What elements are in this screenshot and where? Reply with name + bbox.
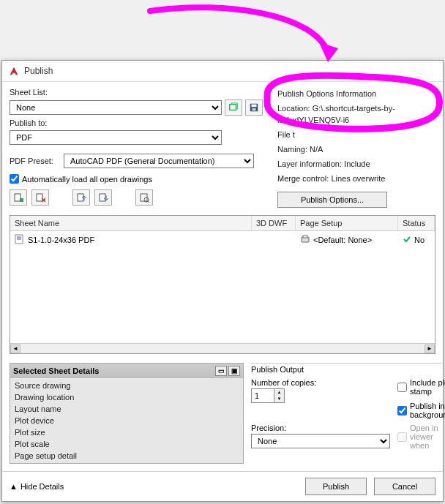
svg-rect-7: [37, 194, 42, 201]
sheet-grid: Sheet Name 3D DWF Page Setup Status S1-1…: [10, 215, 435, 354]
page-setup-cell: <Default: None>: [313, 236, 372, 244]
copies-input[interactable]: [252, 389, 274, 402]
details-heading: Selected Sheet Details: [13, 366, 99, 375]
publish-to-label: Publish to:: [10, 119, 263, 127]
publish-background-label: Publish in background: [410, 402, 445, 419]
options-info-heading: Publish Options Information: [277, 88, 435, 99]
collapse-up-icon: ▲: [10, 482, 18, 491]
options-naming-line: Naming: N/A: [277, 143, 435, 155]
pdf-preset-label: PDF Preset:: [10, 157, 61, 165]
options-filetype-line: File t: [277, 129, 435, 140]
options-layer-line: Layer information: Include: [277, 158, 435, 170]
auto-load-checkbox[interactable]: [10, 174, 19, 184]
detail-plot-size: Plot size: [15, 426, 239, 438]
sheet-list-dropdown[interactable]: None: [10, 100, 222, 115]
svg-rect-1: [230, 105, 236, 110]
naming-value: N/A: [310, 145, 323, 154]
open-in-viewer-label: Open in viewer when: [410, 424, 445, 450]
sheet-toolbar: [10, 189, 263, 206]
layer-label: Layer information:: [277, 159, 342, 168]
grid-body[interactable]: S1-1.0-24x36 PDF <Default: None> No: [10, 231, 435, 343]
sheet-name-cell: S1-1.0-24x36 PDF: [28, 236, 94, 244]
add-sheets-button[interactable]: [10, 189, 27, 206]
dialog-title: Publish: [24, 66, 53, 76]
svg-rect-9: [100, 194, 105, 201]
cancel-button[interactable]: Cancel: [374, 478, 435, 495]
precision-dropdown[interactable]: None: [251, 434, 390, 448]
merge-label: Merge control:: [277, 174, 329, 183]
svg-rect-3: [252, 105, 257, 108]
auto-load-label: Automatically load all open drawings: [22, 175, 152, 184]
publish-button[interactable]: Publish: [305, 478, 367, 495]
copies-up-icon[interactable]: ▲: [274, 389, 284, 396]
naming-label: Naming:: [277, 145, 307, 154]
include-plot-stamp-checkbox[interactable]: [397, 383, 407, 392]
publish-to-dropdown[interactable]: PDF: [10, 130, 222, 145]
options-location-line: Location: G:\.shortcut-targets-by-id\1vd…: [277, 102, 435, 126]
save-sheet-list-button[interactable]: [245, 99, 263, 116]
col-status[interactable]: Status: [398, 216, 435, 230]
detail-drawing-location: Drawing location: [15, 391, 239, 403]
publish-output-panel: Publish Output Number of copies: ▲ ▼: [251, 363, 445, 464]
svg-marker-0: [319, 42, 338, 62]
grid-header: Sheet Name 3D DWF Page Setup Status: [10, 216, 435, 231]
svg-rect-13: [17, 236, 21, 240]
detail-source-drawing: Source drawing: [15, 380, 239, 391]
svg-rect-6: [20, 198, 23, 202]
move-up-button[interactable]: [72, 189, 90, 206]
sheet-list-label: Sheet List:: [10, 88, 263, 97]
move-down-button[interactable]: [94, 189, 112, 206]
col-sheet-name[interactable]: Sheet Name: [10, 216, 252, 230]
status-cell: No: [414, 236, 425, 244]
output-heading: Publish Output: [251, 365, 445, 374]
detail-page-setup: Page setup detail: [15, 450, 239, 462]
copies-down-icon[interactable]: ▼: [274, 396, 284, 402]
selected-sheet-details-panel: Selected Sheet Details ▭ ▣ Source drawin…: [10, 363, 244, 464]
detail-layout-name: Layout name: [15, 403, 239, 415]
open-in-viewer-checkbox: [397, 432, 407, 442]
dialog-footer: ▲ Hide Details Publish Cancel: [2, 471, 443, 501]
status-ok-icon: [403, 235, 411, 245]
location-label: Location:: [277, 104, 310, 113]
detail-plot-scale: Plot scale: [15, 438, 239, 450]
svg-rect-4: [252, 108, 255, 111]
title-bar: Publish: [2, 61, 443, 82]
hide-details-toggle[interactable]: ▲ Hide Details: [10, 482, 64, 491]
detail-plot-device: Plot device: [15, 415, 239, 426]
autocad-logo-icon: [8, 65, 20, 77]
table-row[interactable]: S1-1.0-24x36 PDF <Default: None> No: [10, 231, 435, 249]
details-collapse-icon[interactable]: ▭: [215, 366, 227, 376]
scroll-left-icon[interactable]: ◄: [10, 345, 20, 353]
publish-options-button[interactable]: Publish Options...: [277, 192, 387, 208]
copies-stepper[interactable]: ▲ ▼: [251, 388, 285, 403]
scroll-right-icon[interactable]: ►: [425, 345, 435, 353]
options-merge-line: Merge control: Lines overwrite: [277, 173, 435, 184]
layer-value: Include: [344, 159, 370, 168]
remove-sheets-button[interactable]: [31, 189, 49, 206]
col-page-setup[interactable]: Page Setup: [296, 216, 398, 230]
publish-dialog: Publish Sheet List: None Publish to:: [1, 60, 444, 502]
details-pin-icon[interactable]: ▣: [228, 366, 240, 376]
pdf-preset-dropdown[interactable]: AutoCAD PDF (General Documentation): [64, 154, 254, 168]
merge-value: Lines overwrite: [331, 174, 385, 183]
copies-label: Number of copies:: [251, 378, 390, 387]
include-plot-stamp-label: Include plot stamp: [410, 378, 445, 396]
dwg-layout-icon: [15, 234, 25, 246]
publish-background-checkbox[interactable]: [397, 406, 407, 415]
page-setup-icon: [300, 234, 310, 246]
hide-details-label: Hide Details: [20, 482, 64, 491]
preview-button[interactable]: [135, 189, 153, 206]
grid-hscroll[interactable]: ◄ ►: [10, 343, 435, 353]
col-3d-dwf[interactable]: 3D DWF: [252, 216, 296, 230]
precision-label: Precision:: [251, 424, 390, 432]
svg-rect-5: [15, 194, 20, 201]
svg-rect-15: [303, 236, 307, 238]
open-sheet-list-button[interactable]: [225, 99, 242, 116]
